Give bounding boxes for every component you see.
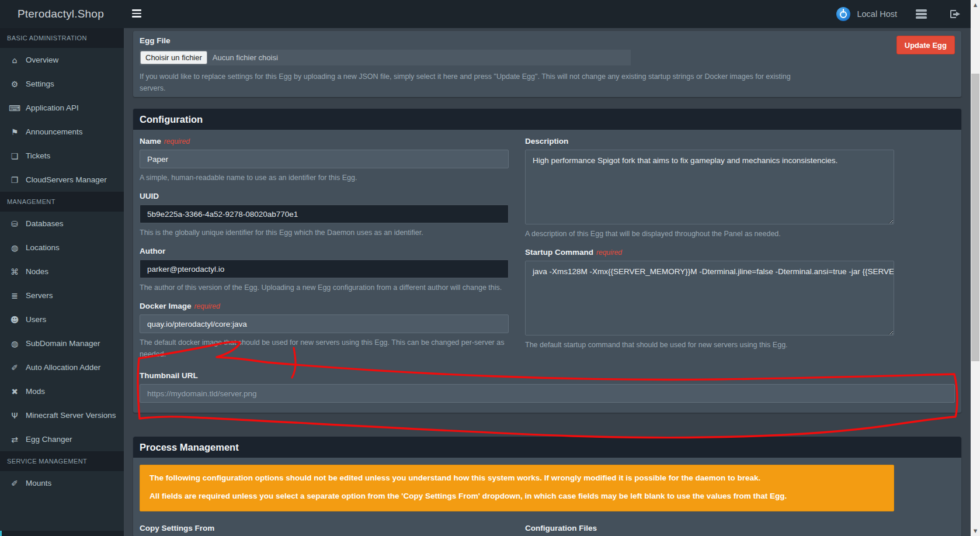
- required-tag: required: [194, 302, 220, 310]
- sidebar-item-mounts[interactable]: ✐Mounts: [0, 471, 124, 495]
- name-input[interactable]: [140, 150, 509, 168]
- sidebar-item-label: Overview: [26, 56, 58, 64]
- brand-logo[interactable]: Pterodactyl.Shop: [18, 0, 123, 28]
- sidebar-item-label: Settings: [26, 79, 54, 88]
- sidebar-section-header: MANAGEMENT: [0, 192, 124, 212]
- process-management-title: Process Management: [140, 442, 239, 453]
- description-textarea[interactable]: High performance Spigot fork that aims t…: [525, 150, 894, 224]
- scrollbar-thumb[interactable]: [971, 74, 979, 361]
- copy-icon: ❐: [9, 175, 20, 185]
- egg-file-label: Egg File: [140, 36, 955, 45]
- sidebar-item-label: Minecraft Server Versions: [26, 411, 116, 420]
- docker-image-input[interactable]: [140, 314, 509, 333]
- sidebar-item-nodes[interactable]: ⌘Nodes: [0, 260, 124, 283]
- scroll-up-arrow[interactable]: ▲: [971, 0, 980, 10]
- wrench-icon: ⚙: [9, 79, 20, 89]
- sidebar-item-minecraft-server-versions[interactable]: ΨMinecraft Server Versions: [0, 403, 124, 427]
- sidebar-item-label: Users: [26, 315, 46, 324]
- required-tag: required: [164, 137, 190, 146]
- sidebar-item-settings[interactable]: ⚙Settings: [0, 72, 124, 96]
- sidebar-item-label: Tickets: [26, 151, 50, 160]
- sidebar-item-tickets[interactable]: ❏Tickets: [0, 144, 124, 168]
- required-tag: required: [596, 248, 622, 257]
- magic-wand-icon: ✐: [9, 479, 20, 488]
- startup-command-help: The default startup command that should …: [525, 339, 894, 351]
- file-status-text: Aucun fichier choisi: [213, 53, 278, 62]
- home-icon: ⌂: [9, 56, 20, 65]
- top-navbar: Pterodactyl.Shop Local Host: [0, 0, 971, 28]
- docker-image-label: Docker Imagerequired: [140, 302, 509, 310]
- sidebar-item-servers[interactable]: ≣Servers: [0, 283, 124, 307]
- scroll-down-arrow[interactable]: ▼: [971, 526, 980, 536]
- ticket-icon: ❏: [9, 151, 20, 161]
- sidebar-item-locations[interactable]: ◍Locations: [0, 236, 124, 260]
- description-field-group: Description High performance Spigot fork…: [525, 137, 894, 240]
- startup-command-textarea[interactable]: java -Xms128M -Xmx{{SERVER_MEMORY}}M -Dt…: [525, 261, 894, 336]
- sidebar-item-label: Application API: [26, 103, 79, 112]
- egg-file-panel: Egg File Choisir un fichier Aucun fichie…: [133, 31, 961, 97]
- main-content: Egg File Choisir un fichier Aucun fichie…: [124, 28, 971, 536]
- database-icon: ⛁: [9, 219, 20, 229]
- name-help: A simple, human-readable name to use as …: [140, 172, 509, 184]
- sidebar-item-label: Mods: [26, 387, 45, 396]
- code-fork-icon: Ψ: [9, 411, 20, 420]
- sitemap-icon: ⌘: [9, 267, 20, 276]
- name-label: Namerequired: [140, 137, 509, 146]
- uuid-input[interactable]: [140, 205, 509, 223]
- gamepad-icon: ⌨: [9, 103, 20, 113]
- author-input[interactable]: [140, 260, 509, 278]
- sidebar-item-label: Databases: [26, 219, 64, 228]
- shuriken-icon: ✖: [9, 387, 20, 396]
- choose-file-button[interactable]: Choisir un fichier: [140, 51, 207, 64]
- warning-line-1: The following configuration options shou…: [150, 473, 884, 484]
- author-help: The author of this version of the Egg. U…: [140, 282, 509, 293]
- sidebar-item-mods[interactable]: ✖Mods: [0, 379, 124, 403]
- configuration-left-column: Namerequired A simple, human-readable na…: [140, 137, 509, 368]
- sidebar-item-partial-active[interactable]: [0, 531, 124, 536]
- sidebar-item-label: Announcements: [26, 127, 83, 136]
- sidebar-item-databases[interactable]: ⛁Databases: [0, 212, 124, 236]
- sidebar-item-auto-allocation-adder[interactable]: ✐Auto Allocation Adder: [0, 355, 124, 379]
- uuid-help: This is the globally unique identifier f…: [140, 227, 509, 238]
- startup-command-field-group: Startup Commandrequired java -Xms128M -X…: [525, 248, 894, 351]
- egg-file-input[interactable]: Choisir un fichier Aucun fichier choisi: [140, 50, 631, 65]
- configuration-title: Configuration: [140, 114, 203, 125]
- warning-line-2: All fields are required unless you selec…: [150, 491, 884, 502]
- navbar-right: Local Host: [836, 0, 960, 28]
- users-icon: ☻: [9, 315, 20, 324]
- sidebar-item-users[interactable]: ☻Users: [0, 307, 124, 331]
- host-label[interactable]: Local Host: [857, 9, 897, 19]
- sidebar-item-subdomain-manager[interactable]: ◍SubDomain Manager: [0, 331, 124, 355]
- sidebar-section-header: SERVICE MANAGEMENT: [0, 451, 124, 471]
- sidebar-item-label: Nodes: [26, 267, 48, 276]
- configuration-files-label: Configuration Files: [525, 524, 894, 532]
- sidebar: BASIC ADMINISTRATION⌂Overview⚙Settings⌨A…: [0, 28, 124, 536]
- sidebar-toggle-icon[interactable]: [132, 9, 143, 19]
- power-status-icon[interactable]: [836, 7, 850, 21]
- exchange-icon: ⇄: [9, 435, 20, 444]
- thumbnail-url-label: Thumbnail URL: [140, 371, 955, 380]
- configuration-panel: Configuration Namerequired A simple, hum…: [133, 109, 961, 413]
- globe-icon: ◍: [9, 243, 20, 253]
- sidebar-item-overview[interactable]: ⌂Overview: [0, 48, 124, 72]
- warning-callout: The following configuration options shou…: [140, 465, 894, 511]
- magic-wand-icon: ✐: [9, 363, 20, 372]
- sidebar-item-application-api[interactable]: ⌨Application API: [0, 96, 124, 120]
- globe-icon: ◍: [9, 339, 20, 348]
- sidebar-item-egg-changer[interactable]: ⇄Egg Changer: [0, 427, 124, 451]
- page-scrollbar[interactable]: ▲ ▼: [971, 0, 980, 536]
- thumbnail-url-input[interactable]: [140, 384, 955, 403]
- server-list-icon[interactable]: [916, 9, 927, 19]
- docker-image-field-group: Docker Imagerequired The default docker …: [140, 302, 509, 360]
- sidebar-item-cloudservers-manager[interactable]: ❐CloudServers Manager: [0, 168, 124, 192]
- configuration-right-column: Description High performance Spigot fork…: [525, 137, 894, 368]
- update-egg-button[interactable]: Update Egg: [896, 36, 955, 54]
- sidebar-item-label: Egg Changer: [26, 435, 72, 444]
- sign-out-icon[interactable]: [950, 9, 960, 19]
- sidebar-item-announcements[interactable]: ⚑Announcements: [0, 120, 124, 144]
- author-label: Author: [140, 247, 509, 255]
- sidebar-item-label: Locations: [26, 243, 60, 252]
- server-icon: ≣: [9, 291, 20, 300]
- sidebar-item-label: Auto Allocation Adder: [26, 363, 100, 372]
- egg-file-help: If you would like to replace settings fo…: [140, 71, 797, 94]
